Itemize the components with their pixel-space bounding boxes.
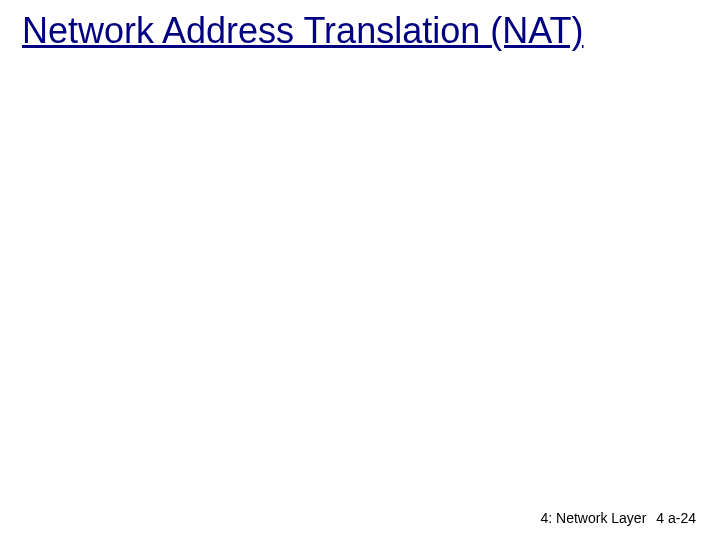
slide-title: Network Address Translation (NAT) (22, 8, 584, 53)
footer-section-label: 4: Network Layer (540, 510, 646, 526)
footer-page-number: 4 a-24 (656, 510, 696, 526)
slide-footer: 4: Network Layer 4 a-24 (540, 510, 696, 526)
